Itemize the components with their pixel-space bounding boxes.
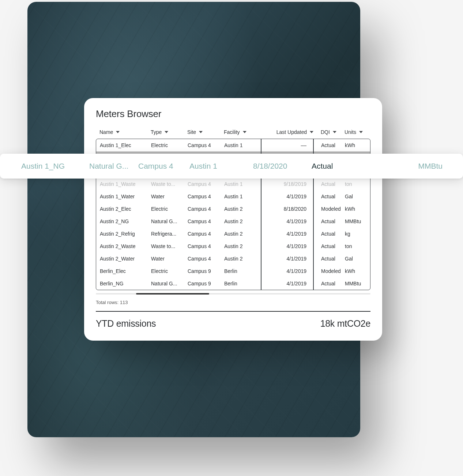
cell-dqi: Actual <box>314 194 345 199</box>
cell-name: Austin 1_Elec <box>100 142 151 148</box>
cell-type: Electric <box>151 142 188 148</box>
cell-type: Electric <box>151 206 188 212</box>
table-row[interactable]: Berlin_Elec Electric Campus 9 Berlin 4/1… <box>96 265 370 277</box>
cell-units: MMBtu <box>345 218 370 224</box>
cell-type: Water <box>151 194 188 199</box>
cell-type: Natural G... <box>151 281 188 286</box>
caret-down-icon <box>243 131 246 133</box>
cell-name: Berlin_Elec <box>100 268 151 274</box>
cell-facility: Austin 1 <box>224 181 261 187</box>
column-label: Name <box>99 129 113 135</box>
scrollbar-thumb[interactable] <box>136 293 209 295</box>
cell-facility: Austin 2 <box>224 256 261 262</box>
meters-browser-card: Meters Browser Name Type Site Facility L… <box>84 98 382 341</box>
ytd-emissions-label: YTD emissions <box>96 318 156 329</box>
cell-date: 4/1/2019 <box>261 231 314 237</box>
cell-name: Austin 1_Water <box>100 194 151 199</box>
column-label: Units <box>345 129 356 135</box>
cell-facility: Austin 2 <box>224 231 261 237</box>
highlight-date: 8/18/2020 <box>253 162 312 170</box>
horizontal-scrollbar[interactable] <box>96 293 370 295</box>
cell-type: Waste to... <box>151 243 188 249</box>
cell-name: Austin 2_NG <box>100 218 151 224</box>
ytd-emissions-value: 18k mtCO2e <box>320 318 370 329</box>
cell-facility: Austin 2 <box>224 243 261 249</box>
cell-date: 8/18/2020 <box>261 206 314 212</box>
cell-name: Austin 2_Elec <box>100 206 151 212</box>
cell-units: kWh <box>345 268 370 274</box>
cell-type: Waste to... <box>151 181 188 187</box>
caret-down-icon <box>310 131 313 133</box>
highlight-facility: Austin 1 <box>189 162 253 170</box>
cell-dqi: Actual <box>314 243 345 249</box>
cell-units: Gal <box>345 194 370 199</box>
cell-dqi: Actual <box>314 142 345 148</box>
cell-facility: Austin 1 <box>224 142 261 148</box>
cell-site: Campus 4 <box>188 243 224 249</box>
cell-name: Austin 2_Refrig <box>100 231 151 237</box>
cell-site: Campus 4 <box>188 142 224 148</box>
table-row[interactable]: Austin 2_Waste Waste to... Campus 4 Aust… <box>96 240 370 252</box>
column-label: Facility <box>224 129 240 135</box>
highlighted-row-overlay[interactable]: Austin 1_NG Natural G... Campus 4 Austin… <box>0 154 463 179</box>
highlight-type: Natural G... <box>89 162 138 170</box>
cell-date: 4/1/2019 <box>261 218 314 224</box>
table-row[interactable]: Austin 1_Waste Waste to... Campus 4 Aust… <box>96 178 370 190</box>
highlight-units: MMBtu <box>352 162 443 170</box>
cell-site: Campus 4 <box>188 231 224 237</box>
table-row[interactable]: Austin 2_NG Natural G... Campus 4 Austin… <box>96 215 370 228</box>
cell-units: kWh <box>345 142 370 148</box>
column-header-dqi[interactable]: DQI <box>313 129 345 135</box>
column-label: DQI <box>321 129 330 135</box>
cell-site: Campus 9 <box>188 281 224 286</box>
cell-units: kg <box>345 231 370 237</box>
column-header-facility[interactable]: Facility <box>224 129 260 135</box>
cell-type: Water <box>151 256 188 262</box>
column-label: Type <box>151 129 162 135</box>
cell-facility: Austin 2 <box>224 218 261 224</box>
column-label: Last Updated <box>276 129 307 135</box>
column-header-units[interactable]: Units <box>345 129 374 135</box>
cell-units: MMBtu <box>345 281 370 286</box>
cell-name: Austin 2_Waste <box>100 243 151 249</box>
table-row[interactable]: Austin 1_Water Water Campus 4 Austin 1 4… <box>96 190 370 203</box>
table-row[interactable]: Austin 2_Water Water Campus 4 Austin 2 4… <box>96 252 370 265</box>
cell-site: Campus 4 <box>188 256 224 262</box>
cell-dqi: Actual <box>314 281 345 286</box>
cell-date: 4/1/2019 <box>261 268 314 274</box>
highlight-dqi: Actual <box>312 162 352 170</box>
table-header: Name Type Site Facility Last Updated DQI… <box>96 127 370 139</box>
table-row[interactable]: Austin 2_Refrig Refrigera... Campus 4 Au… <box>96 228 370 240</box>
table-row[interactable]: Austin 1_Elec Electric Campus 4 Austin 1… <box>96 139 370 151</box>
divider <box>96 311 370 312</box>
cell-units: ton <box>345 181 370 187</box>
caret-down-icon <box>359 131 363 133</box>
column-header-site[interactable]: Site <box>187 129 224 135</box>
cell-dqi: Modeled <box>314 206 345 212</box>
cell-units: ton <box>345 243 370 249</box>
cell-facility: Berlin <box>224 281 261 286</box>
cell-site: Campus 4 <box>188 218 224 224</box>
column-header-type[interactable]: Type <box>151 129 187 135</box>
footer-summary: YTD emissions 18k mtCO2e <box>96 318 370 329</box>
caret-down-icon <box>199 131 203 133</box>
table-row[interactable]: Austin 2_Elec Electric Campus 4 Austin 2… <box>96 203 370 215</box>
column-label: Site <box>187 129 196 135</box>
cell-facility: Austin 1 <box>224 194 261 199</box>
table-row[interactable]: Berlin_NG Natural G... Campus 9 Berlin 4… <box>96 277 370 290</box>
highlight-site: Campus 4 <box>138 162 189 170</box>
cell-name: Berlin_NG <box>100 281 151 286</box>
cell-date: –– <box>261 142 314 148</box>
cell-facility: Austin 2 <box>224 206 261 212</box>
cell-type: Electric <box>151 268 188 274</box>
cell-dqi: Actual <box>314 181 345 187</box>
cell-dqi: Actual <box>314 231 345 237</box>
cell-dqi: Actual <box>314 218 345 224</box>
cell-name: Austin 2_Water <box>100 256 151 262</box>
cell-site: Campus 4 <box>188 206 224 212</box>
column-header-last-updated[interactable]: Last Updated <box>260 129 313 135</box>
highlight-name: Austin 1_NG <box>21 162 89 170</box>
column-header-name[interactable]: Name <box>99 129 151 135</box>
total-rows-label: Total rows: 113 <box>96 300 370 305</box>
cell-type: Natural G... <box>151 218 188 224</box>
